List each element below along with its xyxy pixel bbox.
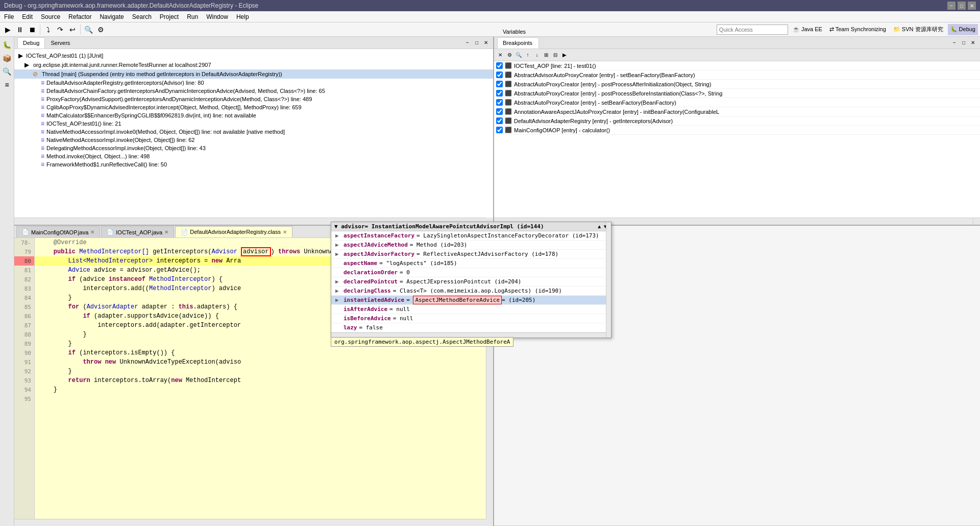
popup-item-2[interactable]: ▶ aspectJAdviceMethod= Method (id=203) [331, 241, 611, 250]
bp-item-8[interactable]: ⬛ MainConfigOfAOP [entry] - calculator() [494, 126, 980, 135]
remote-runner-item[interactable]: ▶ org.eclipse.jdt.internal.junit.runner.… [14, 60, 493, 69]
popup-vscroll[interactable] [606, 222, 611, 338]
sidebar-debug-icon[interactable]: 🐛 [1, 39, 13, 51]
tab-main-config[interactable]: 📄 MainConfigOfAOP.java ✕ [16, 226, 100, 237]
sidebar-outline-icon[interactable]: ≡ [1, 79, 13, 91]
bp-item-4[interactable]: ⬛ AbstractAutoProxyCreator [entry] - pos… [494, 89, 980, 98]
vars-minimize-btn[interactable]: − [950, 39, 959, 47]
quick-access-input[interactable] [717, 25, 788, 35]
ln-79: 79 [14, 247, 34, 256]
bp-item-2[interactable]: ⬛ AbstractAdvisorAutoProxyCreator [entry… [494, 70, 980, 80]
frame-5[interactable]: ≡ MathCalculator$$EnhancerBySpringCGLIB$… [14, 111, 493, 119]
menu-refactor[interactable]: Refactor [64, 11, 95, 22]
minimize-button[interactable]: − [947, 2, 955, 10]
bp-btn-3[interactable]: 🔍 [514, 51, 523, 59]
ln-94: 94 [14, 385, 34, 394]
thread-suspended-item[interactable]: ⊘ Thread [main] (Suspended (entry into m… [14, 69, 493, 79]
frame-2[interactable]: ≡ DefaultAdvisorChainFactory.getIntercep… [14, 87, 493, 95]
sidebar-pkg-icon[interactable]: 📦 [1, 52, 13, 64]
menu-help[interactable]: Help [232, 11, 253, 22]
minimize-panel-btn[interactable]: − [463, 39, 472, 47]
tab-default-advisor[interactable]: 📄 DefaultAdvisorAdapterRegistry.class ✕ [175, 226, 292, 237]
toolbar-sep-1 [40, 25, 40, 35]
java-ee-btn[interactable]: ☕ Java EE [790, 24, 825, 35]
toolbar-btn-5[interactable]: ↷ [55, 24, 66, 35]
bp-item-6[interactable]: ⬛ AnnotationAwareAspectJAutoProxyCreator… [494, 107, 980, 116]
popup-item-3[interactable]: ▶ aspectJAdvisorFactory= ReflectiveAspec… [331, 250, 611, 259]
team-sync-btn[interactable]: ⇄ Team Synchronizing [827, 24, 889, 35]
toolbar-btn-1[interactable]: ▶ [2, 24, 13, 35]
code-hscroll[interactable] [14, 519, 486, 526]
bp-btn-4[interactable]: ↑ [524, 51, 532, 59]
menu-file[interactable]: File [0, 11, 18, 22]
frame-8[interactable]: ≡ NativeMethodAccessorImpl.invoke(Object… [14, 136, 493, 144]
popup-item-11[interactable]: lazy= false [331, 323, 611, 332]
frame-9[interactable]: ≡ DelegatingMethodAccessorImpl.invoke(Ob… [14, 144, 493, 152]
bp-btn-2[interactable]: ⚙ [505, 51, 513, 59]
frame-7[interactable]: ≡ NativeMethodAccessorImpl.invoke0(Metho… [14, 128, 493, 136]
bp-item-1[interactable]: ⬛ IOCTest_AOP [line: 21] - test01() [494, 61, 980, 70]
bp-item-3[interactable]: ⬛ AbstractAutoProxyCreator [entry] - pos… [494, 80, 980, 89]
menu-search[interactable]: Search [128, 11, 156, 22]
menu-window[interactable]: Window [202, 11, 232, 22]
popup-item-7[interactable]: ▶ declaringClass= Class<T> (com.meimeixi… [331, 286, 611, 296]
close-panel-btn[interactable]: ✕ [482, 39, 490, 47]
bp-btn-6[interactable]: ⊞ [542, 51, 550, 59]
popup-item-1[interactable]: ▶ aspectInstanceFactory= LazySingletonAs… [331, 231, 611, 241]
bp-btn-1[interactable]: ✕ [496, 51, 504, 59]
frame-3[interactable]: ≡ ProxyFactory(AdvisedSupport).getInterc… [14, 95, 493, 103]
toolbar-btn-7[interactable]: 🔍 [83, 24, 94, 35]
popup-scroll-up[interactable]: ▲ [597, 223, 602, 230]
svn-btn[interactable]: 📁 SVN 资源库研究 [891, 24, 946, 35]
tab-servers[interactable]: Servers [45, 37, 76, 49]
close-button[interactable]: ✕ [968, 2, 976, 10]
vars-close-btn[interactable]: ✕ [969, 39, 977, 47]
toolbar-btn-6[interactable]: ↩ [67, 24, 78, 35]
menu-bar: File Edit Source Refactor Navigate Searc… [0, 11, 980, 22]
vars-content[interactable]: ⬛ IOCTest_AOP [line: 21] - test01() ⬛ Ab… [494, 61, 980, 218]
ln-80: 80 [14, 256, 34, 266]
toolbar-btn-2[interactable]: ⏸ [14, 24, 26, 35]
maximize-button[interactable]: □ [958, 2, 966, 10]
menu-edit[interactable]: Edit [18, 11, 37, 22]
junit-run-item[interactable]: ▶ IOCTest_AOP.test01 (1) [JUnit] [14, 51, 493, 60]
bp-item-7[interactable]: ⬛ DefaultAdvisorAdapterRegistry [entry] … [494, 116, 980, 126]
toolbar-btn-8[interactable]: ⚙ [95, 24, 106, 35]
bp-btn-8[interactable]: ▶ [560, 51, 569, 59]
popup-item-6[interactable]: ▶ declaredPointcut= AspectJExpressionPoi… [331, 277, 611, 286]
frame-11[interactable]: ≡ FrameworkMethod$1.runReflectiveCall() … [14, 160, 493, 169]
frame-1[interactable]: ≡ DefaultAdvisorAdapterRegistry.getInter… [14, 79, 493, 87]
ln-90: 90 [14, 348, 34, 357]
popup-item-4[interactable]: aspectName= "logAspects" (id=185) [331, 259, 611, 268]
debug-tree[interactable]: ▶ IOCTest_AOP.test01 (1) [JUnit] ▶ org.e… [14, 49, 493, 218]
ln-88: 88 [14, 330, 34, 339]
menu-navigate[interactable]: Navigate [95, 11, 128, 22]
tab-variables[interactable]: Variables [497, 26, 539, 37]
sidebar: 🐛 📦 🔍 ≡ [0, 37, 14, 526]
popup-item-5[interactable]: declarationOrder= 0 [331, 268, 611, 277]
tab-breakpoints[interactable]: Breakpoints [497, 37, 539, 49]
vars-maximize-btn[interactable]: □ [960, 39, 968, 47]
menu-source[interactable]: Source [37, 11, 64, 22]
bp-btn-5[interactable]: ↓ [533, 51, 541, 59]
sidebar-search-icon[interactable]: 🔍 [1, 65, 13, 78]
popup-item-9[interactable]: isAfterAdvice= null [331, 305, 611, 314]
quick-access-area: ☕ Java EE ⇄ Team Synchronizing 📁 SVN 资源库… [717, 24, 978, 35]
popup-item-10[interactable]: isBeforeAdvice= null [331, 314, 611, 323]
toolbar-btn-3[interactable]: ⏹ [27, 24, 38, 35]
debug-btn[interactable]: 🐛 Debug [948, 24, 978, 35]
popup-item-8[interactable]: ▶ instantiatedAdvice= AspectJMethodBefor… [331, 296, 611, 305]
frame-4[interactable]: ≡ CglibAopProxy$DynamicAdvisedIntercepto… [14, 103, 493, 111]
bp-item-5[interactable]: ⬛ AbstractAutoProxyCreator [entry] - set… [494, 98, 980, 107]
frame-10[interactable]: ≡ Method.invoke(Object, Object...) line:… [14, 152, 493, 160]
maximize-panel-btn[interactable]: □ [473, 39, 481, 47]
line-numbers: 78- 79 80 81 82 83 84 85 86 87 88 89 90 … [14, 238, 35, 519]
menu-project[interactable]: Project [156, 11, 183, 22]
code-line-91: throw new UnknownAdviceTypeException(adv… [35, 357, 486, 367]
tab-ioctest[interactable]: 📄 IOCTest_AOP.java ✕ [101, 226, 174, 237]
toolbar-btn-4[interactable]: ⤵ [42, 24, 54, 35]
frame-6[interactable]: ≡ IOCTest_AOP.test01() line: 21 [14, 119, 493, 128]
tab-debug[interactable]: Debug [17, 37, 45, 49]
bp-btn-7[interactable]: ⊟ [551, 51, 559, 59]
menu-run[interactable]: Run [183, 11, 202, 22]
